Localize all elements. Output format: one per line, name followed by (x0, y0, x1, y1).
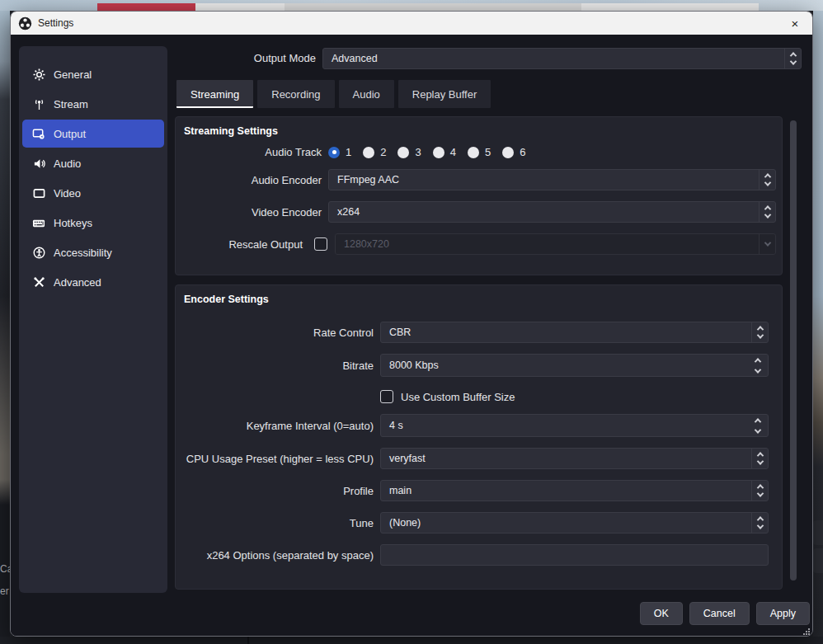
use-custom-buffer-checkbox[interactable] (380, 390, 393, 403)
spinner-icon[interactable] (748, 415, 768, 436)
resize-grip[interactable] (803, 628, 810, 635)
background-button-fragment (813, 520, 823, 545)
bitrate-label: Bitrate (176, 360, 374, 372)
audio-track-radio-1[interactable]: 1 (328, 146, 351, 158)
spinner-icon[interactable] (759, 202, 775, 222)
sidebar-item-video[interactable]: Video (22, 179, 164, 207)
spinner-icon[interactable] (759, 170, 775, 190)
settings-content: General Stream Output Audio (11, 35, 812, 637)
obs-logo-icon (18, 16, 32, 31)
streaming-settings-title: Streaming Settings (176, 117, 782, 137)
encoder-settings-group: Encoder Settings Rate Control CBR Bitrat… (175, 284, 783, 590)
sidebar-item-label: Output (54, 128, 86, 140)
radio-icon (502, 147, 514, 158)
cpu-preset-label: CPU Usage Preset (higher = less CPU) (176, 453, 374, 465)
sidebar-item-label: Stream (54, 98, 88, 110)
output-mode-select[interactable]: Advanced (322, 48, 802, 69)
audio-track-radio-2[interactable]: 2 (363, 146, 386, 158)
antenna-icon (32, 97, 45, 110)
rescale-output-label: Rescale Output (176, 238, 303, 251)
sidebar-item-accessibility[interactable]: Accessibility (22, 238, 164, 266)
sidebar-item-label: General (54, 68, 92, 81)
chevron-down-icon (759, 234, 775, 254)
sidebar-item-advanced[interactable]: Advanced (22, 268, 164, 296)
background-browser-tab (97, 3, 195, 11)
spinner-icon[interactable] (751, 513, 768, 533)
accessibility-icon (32, 246, 45, 259)
audio-track-radio-4[interactable]: 4 (433, 146, 456, 158)
spinner-icon[interactable] (751, 481, 768, 501)
background-bar-segment (285, 3, 581, 11)
bitrate-spinbox[interactable]: 8000 Kbps (380, 354, 769, 377)
sidebar-item-output[interactable]: Output (22, 120, 164, 148)
close-button[interactable]: × (778, 12, 812, 35)
apply-button[interactable]: Apply (756, 602, 810, 625)
x264-options-input[interactable] (380, 544, 769, 566)
window-title: Settings (38, 17, 73, 29)
audio-track-radio-6[interactable]: 6 (502, 146, 525, 158)
output-icon (32, 127, 45, 140)
spinner-icon[interactable] (784, 49, 801, 68)
vertical-scrollbar[interactable] (790, 120, 797, 581)
video-encoder-select[interactable]: x264 (328, 201, 776, 223)
keyframe-interval-label: Keyframe Interval (0=auto) (176, 420, 374, 432)
sidebar-item-label: Audio (54, 157, 81, 170)
sidebar-item-label: Accessibility (54, 247, 112, 259)
tools-icon (32, 275, 45, 289)
rescale-resolution-select: 1280x720 (335, 233, 776, 255)
background-text-fragment: Ca (0, 563, 10, 575)
tab-streaming[interactable]: Streaming (176, 80, 253, 108)
footer-buttons: OK Cancel Apply (11, 602, 810, 625)
use-custom-buffer-label: Use Custom Buffer Size (401, 391, 515, 403)
audio-encoder-label: Audio Encoder (176, 174, 322, 186)
radio-selected-icon (328, 147, 340, 158)
sidebar-item-label: Advanced (54, 276, 101, 289)
spinner-icon[interactable] (748, 355, 768, 376)
speaker-icon (32, 157, 45, 170)
keyboard-icon (32, 216, 45, 229)
background-button-fragment (813, 548, 823, 573)
tab-audio[interactable]: Audio (339, 80, 394, 108)
keyframe-interval-spinbox[interactable]: 4 s (380, 414, 769, 437)
background-text-fragment: er (0, 585, 10, 597)
tune-label: Tune (176, 517, 374, 529)
spinner-icon[interactable] (751, 322, 768, 342)
display-icon (32, 186, 45, 200)
audio-track-label: Audio Track (176, 146, 322, 158)
ok-button[interactable]: OK (640, 602, 683, 625)
sidebar-item-stream[interactable]: Stream (22, 90, 164, 118)
rate-control-select[interactable]: CBR (380, 322, 769, 343)
output-mode-label: Output Mode (11, 52, 316, 64)
rate-control-label: Rate Control (176, 327, 374, 339)
x264-options-label: x264 Options (separated by space) (176, 549, 374, 562)
radio-icon (468, 147, 479, 158)
background-divider (247, 637, 249, 644)
video-encoder-label: Video Encoder (176, 206, 322, 219)
radio-icon (433, 147, 444, 158)
sidebar: General Stream Output Audio (19, 46, 167, 593)
sidebar-item-hotkeys[interactable]: Hotkeys (22, 209, 164, 237)
spinner-icon[interactable] (751, 449, 768, 468)
sidebar-item-general[interactable]: General (22, 60, 164, 88)
audio-track-radio-3[interactable]: 3 (397, 146, 421, 158)
rescale-output-checkbox[interactable] (314, 237, 327, 251)
cpu-preset-select[interactable]: veryfast (380, 448, 769, 469)
sidebar-item-label: Video (54, 187, 81, 200)
desktop-background-left (0, 11, 10, 644)
profile-label: Profile (176, 485, 374, 497)
sidebar-item-audio[interactable]: Audio (22, 149, 164, 177)
cancel-button[interactable]: Cancel (689, 602, 750, 625)
settings-window: Settings × General Stream Output (10, 11, 813, 637)
output-mode-value: Advanced (332, 53, 378, 64)
tune-select[interactable]: (None) (380, 512, 769, 534)
gear-icon (32, 68, 45, 81)
tab-replay-buffer[interactable]: Replay Buffer (398, 80, 491, 108)
tab-recording[interactable]: Recording (257, 80, 334, 108)
audio-encoder-select[interactable]: FFmpeg AAC (328, 169, 776, 190)
audio-track-radio-group: 1 2 3 4 5 6 (328, 146, 525, 158)
titlebar[interactable]: Settings × (11, 12, 812, 35)
audio-track-radio-5[interactable]: 5 (468, 146, 491, 158)
sidebar-item-label: Hotkeys (54, 217, 92, 229)
profile-select[interactable]: main (380, 480, 769, 501)
output-tabs: Streaming Recording Audio Replay Buffer (176, 80, 491, 108)
